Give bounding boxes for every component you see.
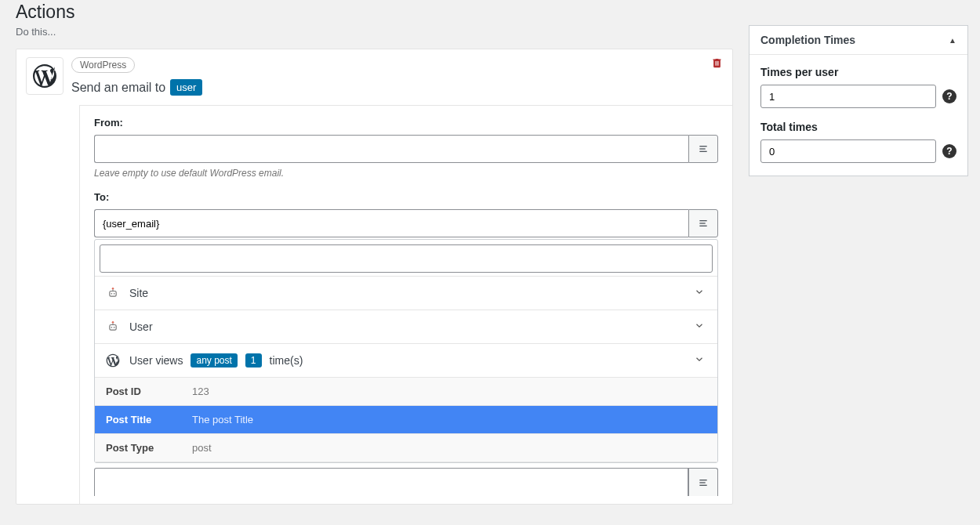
tag-option-key: Post Title [106,414,169,425]
group-site[interactable]: Site [95,277,717,310]
chevron-down-icon [694,285,705,302]
to-input[interactable] [94,209,688,237]
cc-input[interactable] [94,468,688,496]
chevron-down-icon [694,353,705,369]
tag-option-val: The post Title [192,414,253,425]
group-user[interactable]: User [95,310,717,344]
completion-times-header[interactable]: Completion Times ▲ [750,26,967,55]
any-post-token: any post [191,353,237,368]
times-per-user-input[interactable] [760,85,936,108]
tag-option-key: Post Type [106,442,169,454]
tag-option-val: 123 [192,386,209,397]
action-sentence: Send an email to user [71,79,202,96]
times-per-user-label: Times per user [760,66,956,78]
page-subtitle: Do this... [16,26,733,38]
tag-option-post-id[interactable]: Post ID 123 [95,378,717,406]
robot-icon [104,284,122,302]
from-tag-picker-button[interactable] [688,135,718,163]
svg-point-13 [111,327,113,328]
page-title: Actions [16,2,733,23]
delete-action-button[interactable] [711,57,723,72]
total-times-label: Total times [760,121,956,133]
wordpress-logo-icon [26,57,64,95]
views-prefix: User views [129,354,183,367]
wordpress-icon [104,352,122,369]
lines-icon [697,143,710,155]
svg-point-11 [112,321,114,324]
count-token: 1 [245,353,262,368]
robot-icon [104,318,122,335]
total-times-help[interactable]: ? [942,144,956,158]
trash-icon [711,57,723,69]
lines-icon [697,476,710,489]
group-site-label: Site [129,287,148,299]
user-token[interactable]: user [170,79,202,96]
tag-option-val: post [192,442,212,454]
to-tag-picker-button[interactable] [688,209,718,237]
times-per-user-help[interactable]: ? [942,89,956,103]
from-input[interactable] [94,135,688,163]
svg-rect-12 [110,325,116,331]
tag-picker-panel: Site User [94,239,718,463]
to-label: To: [94,191,718,203]
lines-icon [697,217,710,230]
cc-tag-picker-button[interactable] [688,468,718,496]
tag-search-input[interactable] [100,244,713,273]
collapse-triangle-icon: ▲ [949,36,956,45]
tag-option-key: Post ID [106,386,169,397]
group-user-label: User [129,320,153,333]
tag-option-post-type[interactable]: Post Type post [95,434,717,462]
sentence-prefix: Send an email to [71,81,165,95]
svg-point-6 [112,288,114,290]
chevron-down-icon [694,319,705,335]
svg-point-14 [114,327,115,328]
total-times-input[interactable] [760,139,936,163]
svg-point-9 [114,293,115,295]
from-label: From: [94,117,718,129]
from-hint: Leave empty to use default WordPress ema… [94,168,718,179]
svg-rect-7 [110,291,116,297]
tag-option-list[interactable]: Site User [95,276,717,462]
svg-point-8 [111,293,113,295]
completion-times-box: Completion Times ▲ Times per user ? Tota… [749,25,968,176]
group-user-views[interactable]: User views any post 1 time(s) [95,344,717,378]
views-suffix: time(s) [270,354,303,367]
completion-times-title: Completion Times [760,34,855,46]
tag-option-post-title[interactable]: Post Title The post Title [95,406,717,434]
action-card: WordPress Send an email to user From: [16,49,733,505]
integration-pill: WordPress [71,57,135,73]
